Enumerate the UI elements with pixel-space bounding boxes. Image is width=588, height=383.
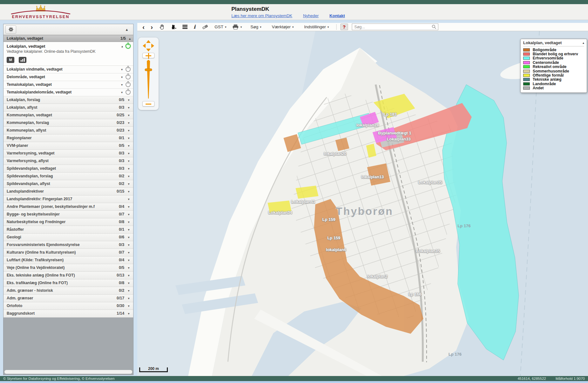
group-count: 0/7 xyxy=(119,212,124,216)
expand-arrow-icon: ▾ xyxy=(127,304,131,308)
denmark-extent-button[interactable] xyxy=(171,24,176,30)
layer-group-row[interactable]: Geologi 0/6 ▾ xyxy=(3,234,133,241)
cursor-coordinates: 451614, 6285522 xyxy=(517,377,546,380)
active-layer-row[interactable]: Lokalplan, vedtaget ▴ xyxy=(7,44,131,49)
layers-menu-button[interactable] xyxy=(182,25,188,29)
group-count: 0/23 xyxy=(117,128,124,133)
map-label: Lp 176 xyxy=(457,223,470,228)
layer-group-row[interactable]: Spildevandsplan, forslag 0/2 ▾ xyxy=(3,173,133,180)
layer-group-row[interactable]: VVM-planer 0/5 ▾ xyxy=(3,142,133,150)
pan-right-icon[interactable] xyxy=(151,44,154,48)
gear-icon xyxy=(8,27,14,32)
expand-arrow-icon: ▾ xyxy=(127,152,131,155)
layer-group-row[interactable]: Landsplandirektiver 0/15 ▾ xyxy=(3,188,133,195)
layer-group-row[interactable]: Ortofoto 0/30 ▾ xyxy=(3,302,133,310)
expand-arrow-icon: ▾ xyxy=(127,213,131,216)
header-link[interactable]: Læs her mere om PlansystemDK xyxy=(231,13,292,18)
expand-arrow-icon: ▾ xyxy=(127,274,131,277)
layer-row[interactable]: Temalokalplandelområde, vedtaget ▾ xyxy=(3,89,133,96)
layer-row[interactable]: Temalokalplan, vedtaget ▾ xyxy=(3,81,133,89)
printer-icon xyxy=(232,24,239,30)
layer-group-row[interactable]: Eks. trafikanlæg (Online fra FOT) 0/8 ▾ xyxy=(3,279,133,287)
tools-menu[interactable]: Værktøjer ▾ xyxy=(272,24,294,29)
header-link[interactable]: Nyheder xyxy=(303,13,318,18)
sidebar-horizontal-scrollbar[interactable] xyxy=(4,370,132,374)
zoom-out-button[interactable] xyxy=(142,101,154,106)
zoom-slider-handle[interactable] xyxy=(145,69,152,71)
pan-down-icon[interactable] xyxy=(146,49,151,51)
layer-group-row[interactable]: Varmeforsyning, aflyst 0/3 ▾ xyxy=(3,157,133,165)
layer-power-toggle-on[interactable] xyxy=(126,44,131,49)
legend-header[interactable]: Lokalplan, vedtaget ▴ xyxy=(523,40,584,46)
chevron-down-icon: ▾ xyxy=(327,25,329,29)
layer-group-row[interactable]: Landsplandirektiv: Fingerplan 2017 ▾ xyxy=(3,195,133,203)
layer-group-row[interactable]: Naturbeskyttelse og Fredninger 0/8 ▾ xyxy=(3,218,133,226)
layer-group-row[interactable]: Råstoffer 0/1 ▾ xyxy=(3,226,133,234)
layer-group-row[interactable]: Bygge- og beskyttelseslinjer 0/7 ▾ xyxy=(3,211,133,218)
header-link[interactable]: Kontakt xyxy=(330,13,345,18)
layer-row[interactable]: Lokalplan vindmølle, vedtaget ▾ xyxy=(3,66,133,73)
layer-group-row[interactable]: Baggrundskort 1/14 ▾ xyxy=(3,310,133,318)
layer-group-row[interactable]: Lokalplan, aflyst 0/3 ▾ xyxy=(3,104,133,112)
expand-arrow-icon: ▾ xyxy=(127,258,131,262)
legend-items: Boligområde Blandet bolig og erhverv Erh… xyxy=(523,48,584,90)
layer-group-row[interactable]: Kommuneplan, vedtaget 0/25 ▾ xyxy=(3,112,133,119)
pan-left-icon[interactable] xyxy=(143,44,146,48)
layer-group-row[interactable]: Forsvarsministeriets Ejendomsstyrelse 0/… xyxy=(3,241,133,249)
expand-arrow-icon: ▾ xyxy=(127,236,131,239)
layer-power-toggle-off[interactable] xyxy=(126,74,131,79)
map-label: lokalplan13 xyxy=(361,174,384,179)
layer-group-row[interactable]: Spildevandsplan, vedtaget 0/3 ▾ xyxy=(3,165,133,173)
layer-group-row[interactable]: Kommuneplan, aflyst 0/23 ▾ xyxy=(3,127,133,134)
print-menu[interactable]: ▾ xyxy=(232,24,242,30)
expand-arrow-icon: ▾ xyxy=(127,98,131,102)
chart-button[interactable] xyxy=(19,57,26,63)
group-count: 0/8 xyxy=(119,220,124,224)
layer-group-row[interactable]: Kommuneplan, forslag 0/23 ▾ xyxy=(3,119,133,127)
layer-group-row[interactable]: Veje (Online fra Vejdirektoratet) 0/5 ▾ xyxy=(3,264,133,272)
layer-group-row[interactable]: Lokalplan, forslag 0/5 ▾ xyxy=(3,96,133,104)
metadata-button[interactable]: M xyxy=(7,57,14,63)
legend-row: Tekniske anlæg xyxy=(523,78,584,82)
group-count: 0/25 xyxy=(117,113,124,117)
layer-group-row[interactable]: Regionplaner 0/1 ▾ xyxy=(3,134,133,142)
legend-swatch xyxy=(523,78,530,81)
layer-power-toggle-off[interactable] xyxy=(126,67,131,72)
erase-tool-button[interactable] xyxy=(202,24,209,30)
gst-menu[interactable]: GST ▾ xyxy=(215,24,226,29)
layer-group-row[interactable]: Adm. grænser - historisk 0/2 ▾ xyxy=(3,287,133,295)
layer-group-row[interactable]: Varmeforsyning, vedtaget 0/3 ▾ xyxy=(3,150,133,157)
info-tool-button[interactable]: i xyxy=(194,24,195,30)
map-label: lokalplan2 xyxy=(367,274,388,279)
pan-tool-button[interactable] xyxy=(159,24,165,30)
eraser-icon xyxy=(202,24,209,30)
group-header-lokalplan-vedtaget[interactable]: Lokalplan, vedtaget 1/5 ▴ xyxy=(3,35,133,42)
sidebar-collapse-button[interactable]: ▲ xyxy=(123,28,131,31)
zoom-slider[interactable] xyxy=(145,60,152,100)
help-button[interactable]: ? xyxy=(340,24,348,30)
pan-pad[interactable] xyxy=(143,40,154,51)
expand-arrow-icon: ▾ xyxy=(127,205,131,209)
layer-group-row[interactable]: Andre Plantemaer (zoner, beskyttelseslin… xyxy=(3,203,133,211)
legend-row: Rekreativt område xyxy=(523,65,584,69)
settings-menu[interactable]: Indstillinger ▾ xyxy=(304,24,329,29)
layer-group-row[interactable]: Luftfart (Kilde: Trafikstyrelsen) 0/4 ▾ xyxy=(3,256,133,264)
zoom-in-button[interactable] xyxy=(142,53,154,58)
search-menu[interactable]: Søg ▾ xyxy=(250,24,261,29)
layer-row[interactable]: Delområde, vedtaget ▾ xyxy=(3,73,133,81)
toolbar-search-input[interactable] xyxy=(352,24,438,30)
legend-swatch xyxy=(523,52,530,56)
settings-gear-button[interactable] xyxy=(5,25,16,34)
layer-group-row[interactable]: Spildevandsplan, aflyst 0/2 ▾ xyxy=(3,180,133,188)
agency-logo: ERHVERVSSTYRELSEN xyxy=(9,5,72,19)
layer-power-toggle-off[interactable] xyxy=(126,82,131,87)
history-back-button[interactable]: ‹ xyxy=(142,24,145,30)
layer-group-row[interactable]: Kulturarv (Online fra Kulturstyrelsen) 0… xyxy=(3,249,133,256)
pan-up-icon[interactable] xyxy=(146,40,151,43)
collapse-arrow-icon: ▴ xyxy=(583,41,584,44)
map-canvas[interactable]: Lp 183 lokalplan28 Byplanvedtægt 1 Lokal… xyxy=(137,31,588,376)
layer-group-row[interactable]: Adm. grænser 0/17 ▾ xyxy=(3,295,133,302)
layer-group-row[interactable]: Eks. tekniske anlæg (Online fra FOT) 0/1… xyxy=(3,272,133,279)
history-forward-button[interactable]: › xyxy=(151,24,153,30)
layer-power-toggle-off[interactable] xyxy=(126,90,131,95)
